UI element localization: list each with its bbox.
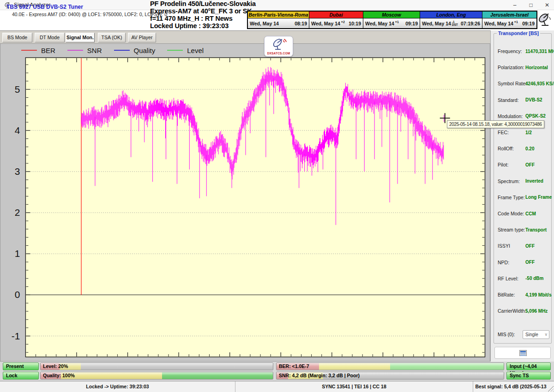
legend-swatch	[167, 50, 183, 51]
legend-label: Level	[187, 47, 204, 54]
clock-date: Wed, May 14	[311, 21, 340, 26]
clock-date: Wed, May 14	[422, 21, 451, 26]
transponder-row-value: 0.20	[525, 146, 534, 151]
transponder-row-value: QPSK-S2	[525, 113, 546, 119]
lock-indicator: Lock	[3, 372, 39, 380]
tab-bs-mode[interactable]: BS Mode	[2, 33, 32, 42]
clock-city: Jerusalem-Israel	[482, 12, 536, 18]
transponder-row-value: 5,096 MHz	[525, 309, 548, 314]
clock-utc-offset: +2	[341, 20, 345, 24]
ber-bar: BER: <1.0E-7	[276, 362, 504, 370]
bar-segment	[390, 363, 504, 370]
data-point-tooltip: 2025-05-14 08.15.18, value: 4,3000001907…	[447, 120, 544, 128]
session-line-satellite: Express-AM7 at 40°E_FK 3 or SK	[150, 7, 256, 15]
mis-label: MIS (0):	[498, 332, 515, 337]
clock-cell-4: Jerusalem-IsraelWed, May 14+109:19	[482, 12, 536, 28]
quality-bar: Quality: 100%	[40, 372, 273, 380]
mis-selected-value: Single	[525, 332, 538, 337]
transponder-row-value: Horizontal	[525, 65, 548, 70]
clock-date: Wed, May 14	[365, 21, 394, 26]
legend-label: Quality	[134, 47, 156, 54]
session-line-frequency: f=11 470 MHz_H : RT News	[150, 15, 256, 22]
transponder-panel: Transponder [BS] Frequency:11470,331 MHz…	[490, 30, 554, 362]
clock-time-row: Wed, May 14+210:19	[309, 18, 363, 28]
transponder-row-value: OFF	[525, 244, 535, 249]
dxsatcs-logo: DXSATCS.COM	[264, 36, 293, 57]
transponder-row-label: CarrierWidth:	[498, 308, 526, 314]
transponder-row-value: 1/2	[525, 130, 532, 135]
clock-date: Wed, May 14	[484, 21, 513, 26]
transponder-row-label: Stream type:	[498, 227, 525, 232]
clock-utc-offset: +1	[395, 20, 399, 24]
mis-dropdown[interactable]: Single ∨	[523, 330, 549, 339]
svg-text:0: 0	[15, 289, 20, 300]
world-clock-table: Berlin-Paris-Vienna-RomaWed, May 1408:19…	[247, 11, 537, 29]
status-best-signal: Best signal: 5,4 dB (2025-05-13 14:19)	[473, 381, 548, 392]
svg-text:2: 2	[15, 207, 20, 218]
panel-action-button[interactable]	[494, 347, 551, 359]
transponder-row-value: OFF	[525, 260, 535, 265]
transponder-row-label: Standard:	[498, 97, 519, 103]
legend-swatch	[21, 50, 37, 51]
transponder-row-label: ISSYI	[498, 243, 510, 249]
bar-segment	[81, 363, 273, 370]
clock-city: London, Eng	[420, 12, 482, 18]
transponder-row-label: Pilot:	[498, 162, 508, 167]
transponder-row-value: Transport	[525, 227, 547, 232]
mis-row: MIS (0): Single ∨	[494, 330, 552, 339]
clock-time: 09:19	[522, 21, 535, 26]
sync-ts-indicator: Sync TS	[506, 372, 551, 380]
session-info: PF Prodelin 450/Lučenec-Slovakia Express…	[150, 0, 256, 30]
transponder-group-title: Transponder [BS]	[497, 30, 540, 36]
transponder-row-value: Inverted	[525, 178, 543, 184]
chevron-down-icon: ∨	[544, 331, 548, 339]
legend-swatch	[67, 50, 83, 51]
present-indicator: Present	[3, 362, 39, 370]
svg-text:-1: -1	[12, 331, 20, 341]
clock-city: Moscow	[363, 12, 420, 18]
transponder-row-label: Modulation:	[498, 113, 523, 119]
tuner-name: TBS 5927 USB DVB-S2 Tuner	[6, 4, 83, 10]
transponder-row-label: Symbol Rate:	[498, 81, 527, 86]
signal-plot[interactable]: -1012345	[0, 43, 490, 362]
clock-time-row: Wed, May 14+109:19	[482, 18, 536, 28]
clock-time: 07:19:26	[461, 21, 480, 26]
satellite-dish-icon	[537, 12, 552, 28]
transponder-row-value: Long Frame	[525, 195, 552, 200]
transponder-row-label: RollOff:	[498, 146, 514, 151]
input-indicator: Input (~4,04 Mbps)	[506, 362, 551, 370]
transponder-row-label: Frame Type:	[498, 195, 525, 200]
quality-bar-label: Quality: 100%	[43, 373, 75, 378]
transponder-row-value: 4,199 Mbit/s	[525, 292, 552, 297]
legend-item-level: Level	[167, 47, 204, 54]
level-bar: Level: 20%	[40, 362, 273, 370]
maximize-button[interactable]: □	[527, 1, 535, 9]
session-line-antenna: PF Prodelin 450/Lučenec-Slovakia	[150, 0, 256, 7]
clock-dst-offset: -1DST	[452, 21, 458, 26]
snr-bar-label: SNR: 4,2 dB (Margin: 3,2 dB | Poor)	[279, 373, 360, 378]
clock-cell-1: DubaiWed, May 14+210:19	[309, 12, 363, 28]
tuner-detail: 40.0E - Express AM7 (ID: 0400) @ LOF1: 9…	[12, 12, 167, 17]
legend-item-quality: Quality	[114, 47, 156, 54]
tab-signal-mon-[interactable]: Signal Mon.	[66, 33, 95, 42]
dxsatcs-logo-text: DXSATCS.COM	[265, 52, 293, 55]
svg-text:5: 5	[15, 84, 20, 95]
tab-tsa-ok-[interactable]: TSA (OK)	[98, 33, 126, 42]
legend-label: SNR	[87, 47, 102, 54]
minimize-button[interactable]: –	[511, 1, 519, 9]
floppy-icon	[519, 350, 527, 356]
clock-cell-0: Berlin-Paris-Vienna-RomaWed, May 1408:19	[248, 12, 309, 28]
tab-dt-mode[interactable]: DT Mode	[35, 33, 65, 42]
transponder-row-value: CCM	[525, 211, 536, 216]
close-button[interactable]: ✕	[543, 1, 551, 9]
status-uptime: Locked -> Uptime: 39:23:03	[0, 381, 235, 392]
clock-time: 10:19	[349, 21, 361, 26]
legend-swatch	[114, 50, 130, 51]
legend-item-snr: SNR	[67, 47, 102, 54]
bar-segment	[162, 372, 273, 379]
clock-cell-2: MoscowWed, May 14+109:19	[363, 12, 420, 28]
dxsatcs-dish-icon	[271, 37, 287, 50]
resize-grip[interactable]	[548, 386, 554, 392]
status-sync-counters: SYNC 13541 | TEI 16 | CC 18	[235, 381, 473, 392]
tab-av-player[interactable]: AV Player	[128, 33, 156, 42]
